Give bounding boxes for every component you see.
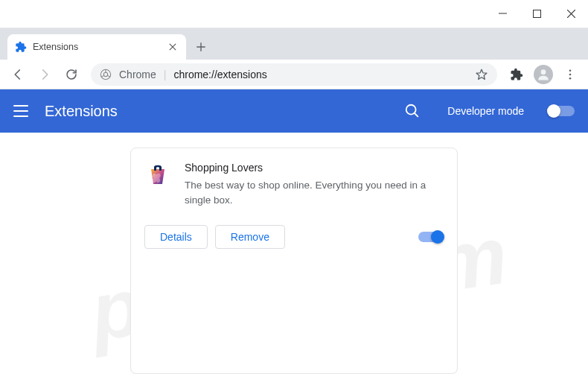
new-tab-button[interactable] <box>191 37 211 57</box>
extensions-page-header: Extensions Developer mode <box>0 89 588 133</box>
svg-point-5 <box>569 73 572 75</box>
svg-point-6 <box>569 77 572 79</box>
reload-button[interactable] <box>60 63 83 86</box>
address-bar[interactable]: Chrome | chrome://extensions <box>91 63 497 86</box>
extensions-content: pcrisk.com Shopping Lovers The best way … <box>0 133 588 374</box>
kebab-menu-icon[interactable] <box>558 63 582 86</box>
remove-button[interactable]: Remove <box>215 225 285 249</box>
omnibox-separator: | <box>164 69 167 80</box>
browser-tab[interactable]: Extensions <box>7 34 186 60</box>
back-button[interactable] <box>6 63 30 86</box>
profile-avatar[interactable] <box>531 63 555 86</box>
svg-point-3 <box>541 69 546 75</box>
details-button[interactable]: Details <box>144 225 208 249</box>
window-close-button[interactable] <box>554 0 588 28</box>
extension-enable-toggle[interactable] <box>418 232 444 242</box>
extension-name: Shopping Lovers <box>185 162 444 174</box>
page-title: Extensions <box>45 103 388 120</box>
browser-toolbar: Chrome | chrome://extensions <box>0 60 588 89</box>
chrome-icon <box>100 69 112 80</box>
developer-mode-toggle[interactable] <box>548 106 575 116</box>
tab-title: Extensions <box>33 42 161 52</box>
developer-mode-label: Developer mode <box>447 105 524 117</box>
bookmark-star-icon[interactable] <box>475 68 488 81</box>
extensions-puzzle-icon[interactable] <box>505 63 528 86</box>
window-titlebar <box>0 0 588 28</box>
window-maximize-button[interactable] <box>520 0 554 28</box>
tab-strip: Extensions <box>0 28 588 60</box>
svg-rect-0 <box>533 10 540 18</box>
extension-icon <box>144 162 171 188</box>
extension-description: The best way to shop online. Everything … <box>185 178 444 207</box>
forward-button[interactable] <box>33 63 57 86</box>
window-minimize-button[interactable] <box>485 0 520 28</box>
tab-close-button[interactable] <box>167 41 179 53</box>
search-icon[interactable] <box>404 103 421 119</box>
hamburger-menu-icon[interactable] <box>13 104 28 118</box>
svg-point-2 <box>103 72 107 76</box>
extension-card: Shopping Lovers The best way to shop onl… <box>130 148 458 374</box>
omnibox-url: chrome://extensions <box>173 69 467 80</box>
svg-point-4 <box>569 69 572 72</box>
omnibox-origin-label: Chrome <box>119 69 156 80</box>
puzzle-icon <box>15 41 27 53</box>
